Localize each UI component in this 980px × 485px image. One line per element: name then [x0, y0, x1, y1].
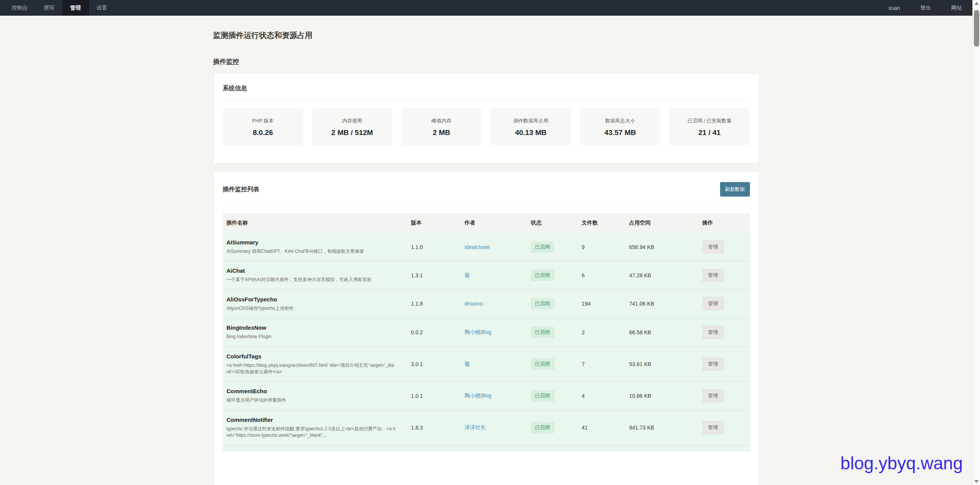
- logout-link[interactable]: 登出: [910, 0, 941, 16]
- plugin-author-link[interactable]: 陶小桃Blog: [465, 392, 492, 399]
- stat-label: 已启用 / 已安装数量: [669, 117, 750, 124]
- column-version: 版本: [407, 213, 461, 233]
- divider: [223, 99, 750, 100]
- plugin-author-link[interactable]: idealclover: [465, 244, 490, 250]
- plugin-size: 47.28 KB: [626, 261, 699, 290]
- scrollbar-thumb[interactable]: [974, 10, 979, 47]
- plugin-name: BingIndexNow: [227, 324, 403, 331]
- stat-db-total-size: 数据库总大小 43.57 MB: [580, 108, 660, 145]
- plugin-list-header: 插件监控列表 刷新数据: [223, 182, 750, 197]
- stat-value: 40.13 MB: [490, 129, 571, 137]
- plugin-file-count: 6: [578, 261, 626, 290]
- manage-button[interactable]: 管理: [702, 421, 724, 434]
- system-info-panel: 系统信息 PHP 版本 8.0.26 内存使用 2 MB / 512M 峰值内存…: [213, 73, 760, 163]
- plugin-size: 66.58 KB: [626, 318, 699, 347]
- plugin-author-link[interactable]: 泽泽社长: [465, 424, 486, 430]
- plugin-name: AliOssForTypecho: [227, 296, 403, 303]
- stat-label: PHP 版本: [223, 117, 303, 124]
- plugin-description: 一个基于API的AI对话聊天插件，支持多种大语言模型，可嵌入博客页面: [227, 277, 403, 283]
- plugin-size: 10.86 KB: [626, 382, 699, 410]
- stat-label: 内存使用: [312, 117, 392, 124]
- tab-write[interactable]: 撰写: [36, 0, 62, 16]
- plugin-version: 1.0.1: [407, 382, 461, 410]
- section-title: 插件监控: [213, 57, 760, 66]
- plugin-size: 656.94 KB: [626, 233, 699, 261]
- top-navbar: 控制台 撰写 管理 设置 xuan 登出 网站: [0, 0, 980, 16]
- table-row: AliOssForTypecho AliyunOSS储存Typecho上传附件.…: [223, 290, 750, 318]
- tab-manage[interactable]: 管理: [62, 0, 89, 16]
- navbar-tabs: 控制台 撰写 管理 设置: [4, 0, 115, 16]
- plugin-list-heading: 插件监控列表: [223, 186, 260, 194]
- stats-row: PHP 版本 8.0.26 内存使用 2 MB / 512M 峰值内存 2 MB…: [223, 108, 750, 145]
- table-header-row: 插件名称 版本 作者 状态 文件数 占用空间 操作: [223, 213, 750, 233]
- stat-value: 21 / 41: [669, 129, 750, 137]
- plugin-name: AiChat: [227, 267, 403, 274]
- plugin-version: 1.1.8: [407, 290, 461, 318]
- plugin-file-count: 2: [578, 318, 626, 347]
- table-row: AISummary AISummary 调用ChatGPT、Kimi Chat等…: [223, 233, 750, 261]
- refresh-data-button[interactable]: 刷新数据: [720, 182, 750, 197]
- manage-button[interactable]: 管理: [702, 241, 724, 254]
- column-author: 作者: [461, 213, 527, 233]
- manage-button[interactable]: 管理: [702, 269, 724, 282]
- status-badge: 已启用: [531, 270, 554, 281]
- stat-label: 数据库总大小: [580, 117, 660, 124]
- plugin-size: 53.61 KB: [626, 347, 699, 382]
- plugin-description: typecho 评论通过时发送邮件提醒,要求typecho1.2.0及以上<br…: [227, 426, 403, 439]
- column-status: 状态: [527, 213, 578, 233]
- stat-enabled-installed: 已启用 / 已安装数量 21 / 41: [669, 108, 750, 145]
- table-row: CommentNotifier typecho 评论通过时发送邮件提醒,要求ty…: [223, 410, 750, 445]
- manage-button[interactable]: 管理: [702, 358, 724, 371]
- site-link[interactable]: 网站: [941, 0, 972, 16]
- stat-memory-usage: 内存使用 2 MB / 512M: [312, 108, 392, 145]
- plugin-description: AISummary 调用ChatGPT、Kimi Chat等AI接口，智能提取文…: [227, 248, 403, 255]
- plugin-description: 循环显示用户评论的弹窗插件: [227, 397, 403, 404]
- status-badge: 已启用: [531, 390, 554, 402]
- status-badge: 已启用: [531, 422, 554, 433]
- plugin-author-link[interactable]: 璇: [465, 272, 470, 278]
- plugin-author-link[interactable]: 璇: [465, 361, 470, 367]
- plugin-author-link[interactable]: droomo.: [465, 301, 484, 307]
- status-badge: 已启用: [531, 298, 554, 309]
- plugin-version: 0.0.2: [407, 318, 461, 347]
- stat-value: 2 MB / 512M: [312, 129, 392, 137]
- plugin-version: 3.0.1: [407, 347, 461, 382]
- manage-button[interactable]: 管理: [702, 297, 724, 310]
- plugin-name: ColorfulTags: [227, 353, 403, 360]
- plugin-file-count: 41: [578, 410, 626, 445]
- table-row: CommentEcho 循环显示用户评论的弹窗插件 1.0.1 陶小桃Blog …: [223, 382, 750, 410]
- scrollbar[interactable]: [972, 0, 980, 485]
- table-row: ColorfulTags <a href='https://blog.ybyq.…: [223, 347, 750, 382]
- column-size: 占用空间: [626, 213, 699, 233]
- tab-console[interactable]: 控制台: [4, 0, 36, 16]
- stat-plugin-db-usage: 插件数据库占用 40.13 MB: [490, 108, 571, 145]
- tab-settings[interactable]: 设置: [89, 0, 115, 16]
- column-actions: 操作: [699, 213, 750, 233]
- stat-label: 峰值内存: [401, 117, 482, 124]
- manage-button[interactable]: 管理: [702, 326, 724, 339]
- plugin-file-count: 7: [578, 347, 626, 382]
- navbar-user-area: xuan 登出 网站: [878, 0, 972, 16]
- plugin-description: AliyunOSS储存Typecho上传附件.: [227, 305, 403, 312]
- plugin-version: 1.1.0: [407, 233, 461, 261]
- plugin-table: 插件名称 版本 作者 状态 文件数 占用空间 操作 AISummary AISu…: [223, 213, 750, 451]
- plugin-size: 941.73 KB: [626, 410, 699, 445]
- scrollbar-up-arrow[interactable]: [973, 0, 980, 7]
- table-row: AiChat 一个基于API的AI对话聊天插件，支持多种大语言模型，可嵌入博客页…: [223, 261, 750, 290]
- stat-php-version: PHP 版本 8.0.26: [223, 108, 303, 145]
- user-menu[interactable]: xuan: [878, 0, 910, 16]
- stat-label: 插件数据库占用: [490, 117, 571, 124]
- plugin-version: 1.8.3: [407, 410, 461, 445]
- stat-value: 43.57 MB: [580, 129, 660, 137]
- table-row: BingIndexNow Bing IndexNow Plugin 0.0.2 …: [223, 318, 750, 347]
- page-title: 监测插件运行状态和资源占用: [213, 30, 760, 41]
- status-badge: 已启用: [531, 241, 554, 253]
- column-plugin-name: 插件名称: [223, 213, 407, 233]
- main-content: 监测插件运行状态和资源占用 插件监控 系统信息 PHP 版本 8.0.26 内存…: [213, 16, 760, 485]
- column-file-count: 文件数: [578, 213, 626, 233]
- plugin-size: 741.06 KB: [626, 290, 699, 318]
- scrollbar-down-arrow[interactable]: [973, 478, 980, 485]
- stat-peak-memory: 峰值内存 2 MB: [401, 108, 482, 145]
- plugin-author-link[interactable]: 陶小桃Blog: [465, 329, 492, 335]
- manage-button[interactable]: 管理: [702, 389, 724, 402]
